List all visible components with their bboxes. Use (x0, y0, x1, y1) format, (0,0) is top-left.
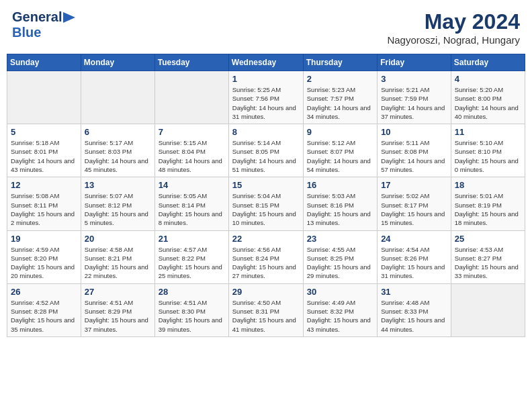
logo-arrow-icon (63, 12, 75, 23)
page-header: General Blue May 2024 Nagyoroszi, Nograd… (7, 7, 525, 48)
calendar-cell: 16Sunrise: 5:03 AM Sunset: 8:16 PM Dayli… (303, 177, 377, 230)
day-number: 27 (85, 287, 151, 297)
day-info: Sunrise: 5:01 AM Sunset: 8:19 PM Dayligh… (455, 191, 521, 227)
calendar-cell: 21Sunrise: 4:57 AM Sunset: 8:22 PM Dayli… (154, 230, 228, 283)
day-number: 5 (11, 127, 77, 137)
day-info: Sunrise: 5:02 AM Sunset: 8:17 PM Dayligh… (381, 191, 447, 227)
day-number: 2 (307, 74, 373, 84)
day-info: Sunrise: 5:07 AM Sunset: 8:12 PM Dayligh… (85, 191, 151, 227)
calendar-week-1: 1Sunrise: 5:25 AM Sunset: 7:56 PM Daylig… (7, 71, 525, 124)
calendar-cell: 15Sunrise: 5:04 AM Sunset: 8:15 PM Dayli… (228, 177, 303, 230)
day-info: Sunrise: 4:56 AM Sunset: 8:24 PM Dayligh… (232, 245, 300, 281)
calendar-cell: 31Sunrise: 4:48 AM Sunset: 8:33 PM Dayli… (378, 283, 451, 336)
day-info: Sunrise: 5:12 AM Sunset: 8:07 PM Dayligh… (307, 138, 373, 174)
day-number: 17 (381, 180, 447, 190)
day-number: 24 (381, 234, 447, 244)
day-number: 30 (307, 287, 373, 297)
day-number: 19 (11, 234, 77, 244)
day-number: 10 (381, 127, 447, 137)
day-info: Sunrise: 5:04 AM Sunset: 8:15 PM Dayligh… (232, 191, 300, 227)
weekday-header-monday: Monday (81, 54, 154, 71)
calendar-cell: 22Sunrise: 4:56 AM Sunset: 8:24 PM Dayli… (228, 230, 303, 283)
weekday-header-thursday: Thursday (303, 54, 377, 71)
day-info: Sunrise: 5:25 AM Sunset: 7:56 PM Dayligh… (232, 85, 300, 121)
calendar-cell: 1Sunrise: 5:25 AM Sunset: 7:56 PM Daylig… (228, 71, 303, 124)
calendar-cell: 19Sunrise: 4:59 AM Sunset: 8:20 PM Dayli… (7, 230, 81, 283)
day-info: Sunrise: 5:21 AM Sunset: 7:59 PM Dayligh… (381, 85, 447, 121)
day-info: Sunrise: 5:17 AM Sunset: 8:03 PM Dayligh… (85, 138, 151, 174)
day-number: 9 (307, 127, 373, 137)
day-number: 14 (159, 180, 225, 190)
calendar-cell: 2Sunrise: 5:23 AM Sunset: 7:57 PM Daylig… (303, 71, 377, 124)
day-info: Sunrise: 5:23 AM Sunset: 7:57 PM Dayligh… (307, 85, 373, 121)
day-info: Sunrise: 4:52 AM Sunset: 8:28 PM Dayligh… (11, 298, 77, 334)
calendar-cell: 4Sunrise: 5:20 AM Sunset: 8:00 PM Daylig… (451, 71, 525, 124)
calendar-week-4: 19Sunrise: 4:59 AM Sunset: 8:20 PM Dayli… (7, 230, 525, 283)
logo: General Blue (12, 9, 75, 40)
calendar-cell: 14Sunrise: 5:05 AM Sunset: 8:14 PM Dayli… (154, 177, 228, 230)
calendar-cell: 12Sunrise: 5:08 AM Sunset: 8:11 PM Dayli… (7, 177, 81, 230)
day-info: Sunrise: 4:53 AM Sunset: 8:27 PM Dayligh… (455, 245, 521, 281)
calendar-cell (451, 283, 525, 336)
day-number: 12 (11, 180, 77, 190)
calendar-cell (154, 71, 228, 124)
day-number: 16 (307, 180, 373, 190)
day-info: Sunrise: 5:18 AM Sunset: 8:01 PM Dayligh… (11, 138, 77, 174)
weekday-header-saturday: Saturday (451, 54, 525, 71)
calendar-cell: 3Sunrise: 5:21 AM Sunset: 7:59 PM Daylig… (378, 71, 451, 124)
calendar-cell: 27Sunrise: 4:51 AM Sunset: 8:29 PM Dayli… (81, 283, 154, 336)
logo-text-general: General (12, 9, 62, 25)
svg-marker-0 (63, 12, 75, 23)
calendar-cell: 17Sunrise: 5:02 AM Sunset: 8:17 PM Dayli… (378, 177, 451, 230)
day-info: Sunrise: 5:15 AM Sunset: 8:04 PM Dayligh… (159, 138, 225, 174)
day-number: 20 (85, 234, 151, 244)
calendar-cell: 6Sunrise: 5:17 AM Sunset: 8:03 PM Daylig… (81, 124, 154, 177)
calendar-cell: 20Sunrise: 4:58 AM Sunset: 8:21 PM Dayli… (81, 230, 154, 283)
day-number: 21 (159, 234, 225, 244)
day-info: Sunrise: 4:51 AM Sunset: 8:30 PM Dayligh… (159, 298, 225, 334)
weekday-header-wednesday: Wednesday (228, 54, 303, 71)
day-number: 13 (85, 180, 151, 190)
calendar-cell: 23Sunrise: 4:55 AM Sunset: 8:25 PM Dayli… (303, 230, 377, 283)
calendar-cell: 18Sunrise: 5:01 AM Sunset: 8:19 PM Dayli… (451, 177, 525, 230)
day-info: Sunrise: 4:50 AM Sunset: 8:31 PM Dayligh… (232, 298, 300, 334)
logo-text-blue: Blue (12, 25, 41, 40)
day-number: 23 (307, 234, 373, 244)
weekday-header-sunday: Sunday (7, 54, 81, 71)
calendar-cell: 9Sunrise: 5:12 AM Sunset: 8:07 PM Daylig… (303, 124, 377, 177)
calendar-cell: 25Sunrise: 4:53 AM Sunset: 8:27 PM Dayli… (451, 230, 525, 283)
day-number: 6 (85, 127, 151, 137)
day-info: Sunrise: 5:03 AM Sunset: 8:16 PM Dayligh… (307, 191, 373, 227)
month-title: May 2024 (387, 9, 520, 34)
calendar-week-3: 12Sunrise: 5:08 AM Sunset: 8:11 PM Dayli… (7, 177, 525, 230)
calendar-cell: 8Sunrise: 5:14 AM Sunset: 8:05 PM Daylig… (228, 124, 303, 177)
day-number: 18 (455, 180, 521, 190)
day-info: Sunrise: 5:10 AM Sunset: 8:10 PM Dayligh… (455, 138, 521, 174)
day-info: Sunrise: 5:11 AM Sunset: 8:08 PM Dayligh… (381, 138, 447, 174)
calendar-cell: 29Sunrise: 4:50 AM Sunset: 8:31 PM Dayli… (228, 283, 303, 336)
calendar-week-2: 5Sunrise: 5:18 AM Sunset: 8:01 PM Daylig… (7, 124, 525, 177)
day-number: 25 (455, 234, 521, 244)
day-info: Sunrise: 4:51 AM Sunset: 8:29 PM Dayligh… (85, 298, 151, 334)
location-title: Nagyoroszi, Nograd, Hungary (387, 34, 520, 46)
day-number: 4 (455, 74, 521, 84)
calendar-cell (7, 71, 81, 124)
day-info: Sunrise: 4:57 AM Sunset: 8:22 PM Dayligh… (159, 245, 225, 281)
day-number: 11 (455, 127, 521, 137)
day-info: Sunrise: 4:48 AM Sunset: 8:33 PM Dayligh… (381, 298, 447, 334)
day-info: Sunrise: 5:14 AM Sunset: 8:05 PM Dayligh… (232, 138, 300, 174)
day-info: Sunrise: 4:59 AM Sunset: 8:20 PM Dayligh… (11, 245, 77, 281)
calendar-cell: 10Sunrise: 5:11 AM Sunset: 8:08 PM Dayli… (378, 124, 451, 177)
calendar-cell: 30Sunrise: 4:49 AM Sunset: 8:32 PM Dayli… (303, 283, 377, 336)
calendar-table: SundayMondayTuesdayWednesdayThursdayFrid… (7, 54, 525, 337)
day-number: 31 (381, 287, 447, 297)
calendar-header-row: SundayMondayTuesdayWednesdayThursdayFrid… (7, 54, 525, 71)
day-number: 1 (232, 74, 300, 84)
day-info: Sunrise: 5:05 AM Sunset: 8:14 PM Dayligh… (159, 191, 225, 227)
calendar-cell: 13Sunrise: 5:07 AM Sunset: 8:12 PM Dayli… (81, 177, 154, 230)
day-info: Sunrise: 4:55 AM Sunset: 8:25 PM Dayligh… (307, 245, 373, 281)
day-number: 3 (381, 74, 447, 84)
day-number: 29 (232, 287, 300, 297)
calendar-cell: 28Sunrise: 4:51 AM Sunset: 8:30 PM Dayli… (154, 283, 228, 336)
calendar-cell: 7Sunrise: 5:15 AM Sunset: 8:04 PM Daylig… (154, 124, 228, 177)
